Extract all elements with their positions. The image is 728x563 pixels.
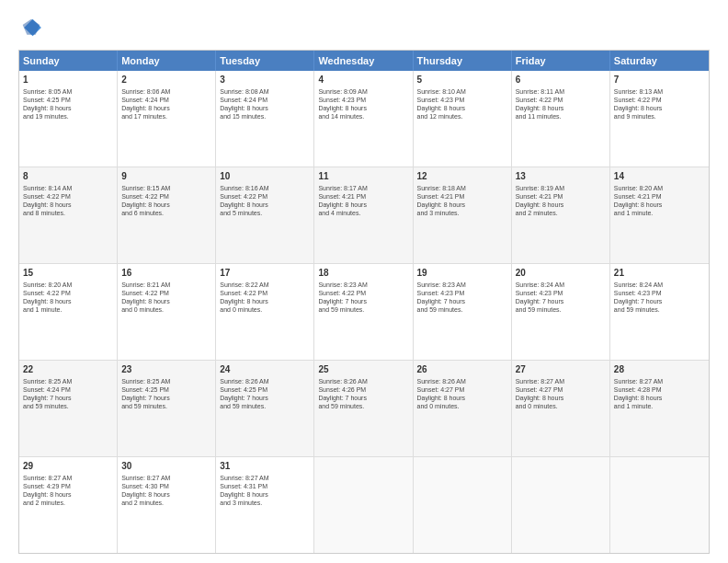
day-number: 1 bbox=[23, 74, 113, 86]
calendar-cell-2-1: 16Sunrise: 8:21 AM Sunset: 4:22 PM Dayli… bbox=[118, 264, 216, 360]
calendar-row-0: 1Sunrise: 8:05 AM Sunset: 4:25 PM Daylig… bbox=[19, 71, 709, 167]
day-number: 15 bbox=[23, 267, 113, 280]
calendar-row-3: 22Sunrise: 8:25 AM Sunset: 4:24 PM Dayli… bbox=[19, 361, 709, 457]
calendar-cell-1-6: 14Sunrise: 8:20 AM Sunset: 4:21 PM Dayli… bbox=[610, 167, 709, 263]
calendar-cell-3-5: 27Sunrise: 8:27 AM Sunset: 4:27 PM Dayli… bbox=[512, 361, 610, 456]
day-number: 10 bbox=[220, 170, 310, 183]
cell-info: Sunrise: 8:26 AM Sunset: 4:26 PM Dayligh… bbox=[318, 377, 408, 410]
cell-info: Sunrise: 8:26 AM Sunset: 4:25 PM Dayligh… bbox=[220, 377, 310, 410]
cell-info: Sunrise: 8:25 AM Sunset: 4:25 PM Dayligh… bbox=[121, 377, 211, 410]
day-number: 24 bbox=[220, 363, 310, 376]
cell-info: Sunrise: 8:19 AM Sunset: 4:21 PM Dayligh… bbox=[516, 184, 606, 217]
day-number: 6 bbox=[516, 74, 606, 86]
calendar-cell-2-5: 20Sunrise: 8:24 AM Sunset: 4:23 PM Dayli… bbox=[512, 264, 610, 360]
cell-info: Sunrise: 8:13 AM Sunset: 4:22 PM Dayligh… bbox=[614, 87, 705, 121]
day-number: 22 bbox=[23, 363, 113, 376]
calendar-row-1: 8Sunrise: 8:14 AM Sunset: 4:22 PM Daylig… bbox=[19, 167, 709, 264]
logo bbox=[18, 15, 48, 40]
cell-info: Sunrise: 8:20 AM Sunset: 4:22 PM Dayligh… bbox=[23, 281, 113, 314]
calendar-cell-3-3: 25Sunrise: 8:26 AM Sunset: 4:26 PM Dayli… bbox=[314, 361, 413, 456]
cell-info: Sunrise: 8:24 AM Sunset: 4:23 PM Dayligh… bbox=[614, 281, 705, 314]
calendar-cell-0-3: 4Sunrise: 8:09 AM Sunset: 4:23 PM Daylig… bbox=[314, 71, 413, 167]
cell-info: Sunrise: 8:10 AM Sunset: 4:23 PM Dayligh… bbox=[417, 87, 507, 121]
weekday-header-thursday: Thursday bbox=[414, 51, 512, 71]
svg-marker-2 bbox=[23, 19, 40, 35]
weekday-header-tuesday: Tuesday bbox=[216, 51, 314, 71]
logo-icon bbox=[18, 15, 44, 40]
day-number: 5 bbox=[417, 74, 507, 86]
cell-info: Sunrise: 8:11 AM Sunset: 4:22 PM Dayligh… bbox=[516, 87, 606, 121]
header bbox=[18, 15, 710, 40]
calendar-row-2: 15Sunrise: 8:20 AM Sunset: 4:22 PM Dayli… bbox=[19, 264, 709, 361]
cell-info: Sunrise: 8:06 AM Sunset: 4:24 PM Dayligh… bbox=[121, 87, 211, 121]
day-number: 3 bbox=[220, 74, 310, 86]
day-number: 7 bbox=[614, 74, 705, 86]
day-number: 13 bbox=[516, 170, 606, 183]
cell-info: Sunrise: 8:26 AM Sunset: 4:27 PM Dayligh… bbox=[417, 377, 507, 410]
weekday-header-wednesday: Wednesday bbox=[314, 51, 413, 71]
cell-info: Sunrise: 8:25 AM Sunset: 4:24 PM Dayligh… bbox=[23, 377, 113, 410]
calendar-cell-1-0: 8Sunrise: 8:14 AM Sunset: 4:22 PM Daylig… bbox=[19, 167, 118, 263]
cell-info: Sunrise: 8:27 AM Sunset: 4:27 PM Dayligh… bbox=[516, 377, 606, 410]
calendar: SundayMondayTuesdayWednesdayThursdayFrid… bbox=[18, 50, 710, 554]
cell-info: Sunrise: 8:23 AM Sunset: 4:22 PM Dayligh… bbox=[318, 281, 408, 314]
weekday-header-friday: Friday bbox=[512, 51, 610, 71]
day-number: 20 bbox=[516, 267, 606, 280]
day-number: 28 bbox=[614, 363, 705, 376]
calendar-cell-3-2: 24Sunrise: 8:26 AM Sunset: 4:25 PM Dayli… bbox=[216, 361, 314, 456]
calendar-cell-1-3: 11Sunrise: 8:17 AM Sunset: 4:21 PM Dayli… bbox=[314, 167, 413, 263]
calendar-body: 1Sunrise: 8:05 AM Sunset: 4:25 PM Daylig… bbox=[19, 71, 709, 553]
day-number: 11 bbox=[318, 170, 408, 183]
day-number: 12 bbox=[417, 170, 507, 183]
calendar-cell-0-2: 3Sunrise: 8:08 AM Sunset: 4:24 PM Daylig… bbox=[216, 71, 314, 167]
calendar-cell-0-5: 6Sunrise: 8:11 AM Sunset: 4:22 PM Daylig… bbox=[512, 71, 610, 167]
calendar-cell-2-2: 17Sunrise: 8:22 AM Sunset: 4:22 PM Dayli… bbox=[216, 264, 314, 360]
cell-info: Sunrise: 8:08 AM Sunset: 4:24 PM Dayligh… bbox=[220, 87, 310, 121]
calendar-cell-1-4: 12Sunrise: 8:18 AM Sunset: 4:21 PM Dayli… bbox=[414, 167, 512, 263]
weekday-header-sunday: Sunday bbox=[19, 51, 118, 71]
cell-info: Sunrise: 8:15 AM Sunset: 4:22 PM Dayligh… bbox=[121, 184, 211, 217]
day-number: 4 bbox=[318, 74, 408, 86]
calendar-cell-2-4: 19Sunrise: 8:23 AM Sunset: 4:23 PM Dayli… bbox=[414, 264, 512, 360]
day-number: 21 bbox=[614, 267, 705, 280]
calendar-cell-3-4: 26Sunrise: 8:26 AM Sunset: 4:27 PM Dayli… bbox=[414, 361, 512, 456]
calendar-cell-0-6: 7Sunrise: 8:13 AM Sunset: 4:22 PM Daylig… bbox=[610, 71, 709, 167]
calendar-cell-0-0: 1Sunrise: 8:05 AM Sunset: 4:25 PM Daylig… bbox=[19, 71, 118, 167]
cell-info: Sunrise: 8:14 AM Sunset: 4:22 PM Dayligh… bbox=[23, 184, 113, 217]
calendar-cell-4-4 bbox=[414, 457, 512, 553]
calendar-cell-4-5 bbox=[512, 457, 610, 553]
page: SundayMondayTuesdayWednesdayThursdayFrid… bbox=[0, 0, 728, 563]
cell-info: Sunrise: 8:20 AM Sunset: 4:21 PM Dayligh… bbox=[614, 184, 705, 217]
day-number: 9 bbox=[121, 170, 211, 183]
calendar-cell-2-3: 18Sunrise: 8:23 AM Sunset: 4:22 PM Dayli… bbox=[314, 264, 413, 360]
weekday-header-monday: Monday bbox=[118, 51, 216, 71]
calendar-cell-3-0: 22Sunrise: 8:25 AM Sunset: 4:24 PM Dayli… bbox=[19, 361, 118, 456]
cell-info: Sunrise: 8:05 AM Sunset: 4:25 PM Dayligh… bbox=[23, 87, 113, 121]
calendar-cell-0-4: 5Sunrise: 8:10 AM Sunset: 4:23 PM Daylig… bbox=[414, 71, 512, 167]
day-number: 26 bbox=[417, 363, 507, 376]
day-number: 8 bbox=[23, 170, 113, 183]
cell-info: Sunrise: 8:27 AM Sunset: 4:29 PM Dayligh… bbox=[23, 474, 113, 507]
calendar-cell-3-6: 28Sunrise: 8:27 AM Sunset: 4:28 PM Dayli… bbox=[610, 361, 709, 456]
calendar-cell-1-2: 10Sunrise: 8:16 AM Sunset: 4:22 PM Dayli… bbox=[216, 167, 314, 263]
calendar-cell-4-3 bbox=[314, 457, 413, 553]
cell-info: Sunrise: 8:21 AM Sunset: 4:22 PM Dayligh… bbox=[121, 281, 211, 314]
calendar-cell-2-0: 15Sunrise: 8:20 AM Sunset: 4:22 PM Dayli… bbox=[19, 264, 118, 360]
day-number: 16 bbox=[121, 267, 211, 280]
calendar-cell-4-0: 29Sunrise: 8:27 AM Sunset: 4:29 PM Dayli… bbox=[19, 457, 118, 553]
calendar-cell-0-1: 2Sunrise: 8:06 AM Sunset: 4:24 PM Daylig… bbox=[118, 71, 216, 167]
day-number: 18 bbox=[318, 267, 408, 280]
day-number: 29 bbox=[23, 460, 113, 473]
calendar-cell-1-1: 9Sunrise: 8:15 AM Sunset: 4:22 PM Daylig… bbox=[118, 167, 216, 263]
cell-info: Sunrise: 8:18 AM Sunset: 4:21 PM Dayligh… bbox=[417, 184, 507, 217]
cell-info: Sunrise: 8:23 AM Sunset: 4:23 PM Dayligh… bbox=[417, 281, 507, 314]
cell-info: Sunrise: 8:27 AM Sunset: 4:28 PM Dayligh… bbox=[614, 377, 705, 410]
cell-info: Sunrise: 8:24 AM Sunset: 4:23 PM Dayligh… bbox=[516, 281, 606, 314]
cell-info: Sunrise: 8:09 AM Sunset: 4:23 PM Dayligh… bbox=[318, 87, 408, 121]
calendar-cell-3-1: 23Sunrise: 8:25 AM Sunset: 4:25 PM Dayli… bbox=[118, 361, 216, 456]
calendar-cell-2-6: 21Sunrise: 8:24 AM Sunset: 4:23 PM Dayli… bbox=[610, 264, 709, 360]
calendar-header: SundayMondayTuesdayWednesdayThursdayFrid… bbox=[19, 51, 709, 71]
day-number: 23 bbox=[121, 363, 211, 376]
day-number: 30 bbox=[121, 460, 211, 473]
cell-info: Sunrise: 8:16 AM Sunset: 4:22 PM Dayligh… bbox=[220, 184, 310, 217]
